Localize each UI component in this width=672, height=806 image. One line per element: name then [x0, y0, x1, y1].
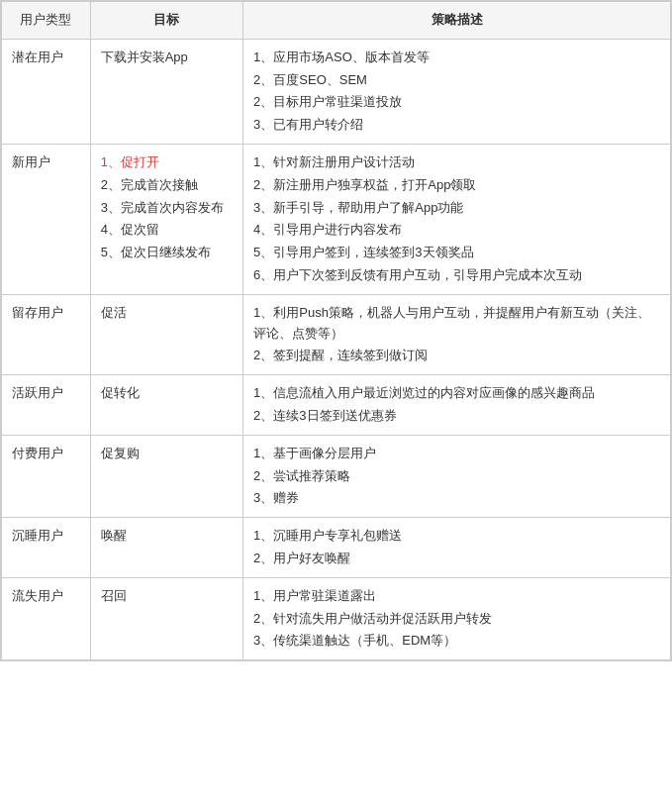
- strategy-item: 3、新手引导，帮助用户了解App功能: [253, 198, 660, 219]
- strategy-item: 1、沉睡用户专享礼包赠送: [253, 526, 660, 547]
- table-row: 新用户1、促打开2、完成首次接触3、完成首次内容发布4、促次留5、促次日继续发布…: [2, 144, 671, 294]
- cell-goal: 促活: [90, 294, 242, 374]
- table-row: 留存用户促活1、利用Push策略，机器人与用户互动，并提醒用户有新互动（关注、评…: [2, 294, 671, 374]
- strategy-item: 4、引导用户进行内容发布: [253, 220, 660, 241]
- cell-strategy: 1、基于画像分层用户2、尝试推荐策略3、赠券: [243, 435, 671, 517]
- goal-item: 召回: [101, 586, 233, 607]
- goal-item: 2、完成首次接触: [101, 175, 233, 196]
- cell-type: 付费用户: [2, 435, 91, 517]
- goal-item: 促复购: [101, 444, 233, 464]
- cell-type: 新用户: [2, 144, 91, 294]
- strategy-item: 3、已有用户转介绍: [253, 115, 660, 136]
- strategy-item: 1、应用市场ASO、版本首发等: [253, 48, 660, 68]
- strategy-item: 2、连续3日签到送优惠券: [253, 406, 660, 427]
- table-row: 沉睡用户唤醒1、沉睡用户专享礼包赠送2、用户好友唤醒: [2, 518, 671, 578]
- cell-goal: 促转化: [90, 375, 242, 436]
- cell-type: 沉睡用户: [2, 518, 91, 578]
- table-row: 潜在用户下载并安装App1、应用市场ASO、版本首发等2、百度SEO、SEM2、…: [2, 39, 671, 144]
- strategy-item: 2、新注册用户独享权益，打开App领取: [253, 175, 660, 196]
- strategy-item: 2、百度SEO、SEM: [253, 70, 660, 91]
- strategy-item: 6、用户下次签到反馈有用户互动，引导用户完成本次互动: [253, 265, 660, 286]
- cell-type: 留存用户: [2, 294, 91, 374]
- goal-item: 3、完成首次内容发布: [101, 198, 233, 219]
- strategy-item: 1、针对新注册用户设计活动: [253, 152, 660, 173]
- cell-type: 流失用户: [2, 577, 91, 659]
- goal-item: 下载并安装App: [101, 48, 233, 68]
- strategy-item: 2、针对流失用户做活动并促活跃用户转发: [253, 609, 660, 630]
- main-table-wrapper: 用户类型 目标 策略描述 潜在用户下载并安装App1、应用市场ASO、版本首发等…: [0, 0, 672, 661]
- table-row: 活跃用户促转化1、信息流植入用户最近浏览过的内容对应画像的感兴趣商品2、连续3日…: [2, 375, 671, 436]
- strategy-item: 5、引导用户签到，连续签到3天领奖品: [253, 243, 660, 263]
- strategy-item: 3、传统渠道触达（手机、EDM等）: [253, 631, 660, 652]
- goal-item: 1、促打开: [101, 152, 233, 173]
- header-type: 用户类型: [2, 2, 91, 40]
- cell-strategy: 1、沉睡用户专享礼包赠送2、用户好友唤醒: [243, 518, 671, 578]
- cell-strategy: 1、利用Push策略，机器人与用户互动，并提醒用户有新互动（关注、评论、点赞等）…: [243, 294, 671, 374]
- cell-goal: 下载并安装App: [90, 39, 242, 144]
- cell-strategy: 1、应用市场ASO、版本首发等2、百度SEO、SEM2、目标用户常驻渠道投放3、…: [243, 39, 671, 144]
- cell-strategy: 1、用户常驻渠道露出2、针对流失用户做活动并促活跃用户转发3、传统渠道触达（手机…: [243, 577, 671, 659]
- goal-item: 促活: [101, 303, 233, 324]
- strategy-item: 1、基于画像分层用户: [253, 444, 660, 464]
- table-header-row: 用户类型 目标 策略描述: [2, 2, 671, 40]
- header-goal: 目标: [90, 2, 242, 40]
- strategy-item: 2、用户好友唤醒: [253, 549, 660, 569]
- cell-type: 潜在用户: [2, 39, 91, 144]
- strategy-item: 1、信息流植入用户最近浏览过的内容对应画像的感兴趣商品: [253, 383, 660, 404]
- cell-strategy: 1、信息流植入用户最近浏览过的内容对应画像的感兴趣商品2、连续3日签到送优惠券: [243, 375, 671, 436]
- goal-item: 唤醒: [101, 526, 233, 547]
- strategy-item: 1、利用Push策略，机器人与用户互动，并提醒用户有新互动（关注、评论、点赞等）: [253, 303, 660, 345]
- goal-item: 促转化: [101, 383, 233, 404]
- strategy-item: 2、尝试推荐策略: [253, 466, 660, 487]
- strategy-item: 3、赠券: [253, 488, 660, 509]
- cell-type: 活跃用户: [2, 375, 91, 436]
- strategy-table: 用户类型 目标 策略描述 潜在用户下载并安装App1、应用市场ASO、版本首发等…: [1, 1, 671, 660]
- cell-goal: 唤醒: [90, 518, 242, 578]
- header-strategy: 策略描述: [243, 2, 671, 40]
- goal-item: 4、促次留: [101, 220, 233, 241]
- cell-goal: 促复购: [90, 435, 242, 517]
- cell-goal: 1、促打开2、完成首次接触3、完成首次内容发布4、促次留5、促次日继续发布: [90, 144, 242, 294]
- strategy-item: 1、用户常驻渠道露出: [253, 586, 660, 607]
- strategy-item: 2、目标用户常驻渠道投放: [253, 92, 660, 113]
- cell-strategy: 1、针对新注册用户设计活动2、新注册用户独享权益，打开App领取3、新手引导，帮…: [243, 144, 671, 294]
- strategy-item: 2、签到提醒，连续签到做订阅: [253, 346, 660, 366]
- table-row: 付费用户促复购1、基于画像分层用户2、尝试推荐策略3、赠券: [2, 435, 671, 517]
- cell-goal: 召回: [90, 577, 242, 659]
- table-row: 流失用户召回1、用户常驻渠道露出2、针对流失用户做活动并促活跃用户转发3、传统渠…: [2, 577, 671, 659]
- goal-item: 5、促次日继续发布: [101, 243, 233, 263]
